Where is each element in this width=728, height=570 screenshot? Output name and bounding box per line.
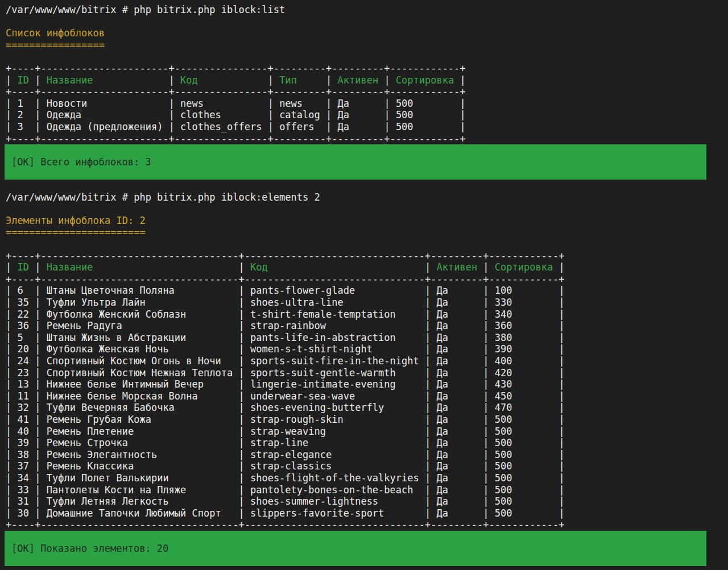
iblock-elements-table: +----+----------------------------------… <box>6 250 728 531</box>
banner-text: [OK] Всего инфоблоков: 3 <box>11 156 151 168</box>
banner-text: [OK] Показано элементов: 20 <box>11 543 168 555</box>
table-row: | 35 | Туфли Ультра Лайн | shoes-ultra-l… <box>6 297 728 309</box>
success-banner-iblock-count: [OK] Всего инфоблоков: 3 <box>5 144 706 180</box>
terminal-window[interactable]: /var/www/www/bitrix # php bitrix.php ibl… <box>0 0 728 570</box>
section-title-iblock-list: Список инфоблоков <box>6 27 728 39</box>
command-line-1: /var/www/www/bitrix # php bitrix.php ibl… <box>6 4 728 16</box>
success-banner-elements-count: [OK] Показано элементов: 20 <box>5 531 706 566</box>
table-row: | 30 | Домашние Тапочки Любимый Спорт | … <box>6 507 728 519</box>
table-row: | 22 | Футболка Женский Соблазн | t-shir… <box>6 309 728 321</box>
table-row: | 31 | Туфли Летняя Легкость | shoes-sum… <box>6 496 728 507</box>
section-title-underline: ================= <box>6 39 728 51</box>
blank-line <box>6 16 728 28</box>
blank-line <box>6 203 728 215</box>
table-header-row: | ID | Название | Код | Активен | Сортир… <box>6 261 728 273</box>
table-border: +----+----------------------------------… <box>6 250 728 262</box>
table-row: | 24 | Спортивный Костюм Огонь в Ночи | … <box>6 355 728 367</box>
section-title-iblock-elements: Элементы инфоблока ID: 2 <box>6 215 728 227</box>
table-row: | 1 | Новости | news | news | Да | 500 | <box>6 98 728 110</box>
table-row: | 40 | Ремень Плетение | strap-weaving |… <box>6 426 728 438</box>
table-row: | 36 | Ремень Радуга | strap-rainbow | Д… <box>6 320 728 332</box>
blank-line <box>6 238 728 250</box>
table-border: +----+----------------------+-----------… <box>6 133 728 145</box>
table-row: | 2 | Одежда | clothes | catalog | Да | … <box>6 109 728 121</box>
table-row: | 6 | Штаны Цветочная Поляна | pants-flo… <box>6 285 728 297</box>
table-border: +----+----------------------------------… <box>6 273 728 285</box>
table-row: | 20 | Футболка Женская Ночь | women-s-t… <box>6 343 728 355</box>
iblock-list-table: +----+----------------------+-----------… <box>6 63 728 144</box>
table-header-row: | ID | Название | Код | Тип | Активен | … <box>6 74 728 86</box>
table-row: | 23 | Спортивный Костюм Нежная Теплота … <box>6 367 728 379</box>
table-row: | 5 | Штаны Жизнь в Абстракции | pants-l… <box>6 332 728 344</box>
table-row: | 3 | Одежда (предложения) | clothes_off… <box>6 121 728 133</box>
table-row: | 33 | Пантолеты Кости на Пляже | pantol… <box>6 484 728 496</box>
table-border: +----+----------------------+-----------… <box>6 86 728 98</box>
command-line-2: /var/www/www/bitrix # php bitrix.php ibl… <box>6 192 728 203</box>
table-row: | 38 | Ремень Элегантность | strap-elega… <box>6 449 728 461</box>
table-row: | 11 | Нижнее белье Морская Волна | unde… <box>6 390 728 402</box>
table-border: +----+----------------------------------… <box>6 519 728 531</box>
table-row: | 39 | Ремень Строчка | strap-line | Да … <box>6 437 728 449</box>
table-row: | 34 | Туфли Полет Валькирии | shoes-fli… <box>6 472 728 484</box>
blank-line <box>6 180 728 192</box>
section-title-underline: ======================== <box>6 227 728 239</box>
table-row: | 37 | Ремень Классика | strap-classics … <box>6 460 728 472</box>
table-row: | 32 | Туфли Вечерняя Бабочка | shoes-ev… <box>6 402 728 414</box>
table-row: | 13 | Нижнее белье Интимный Вечер | lin… <box>6 378 728 390</box>
table-border: +----+----------------------+-----------… <box>6 63 728 74</box>
table-row: | 41 | Ремень Грубая Кожа | strap-rough-… <box>6 414 728 426</box>
blank-line <box>6 51 728 63</box>
